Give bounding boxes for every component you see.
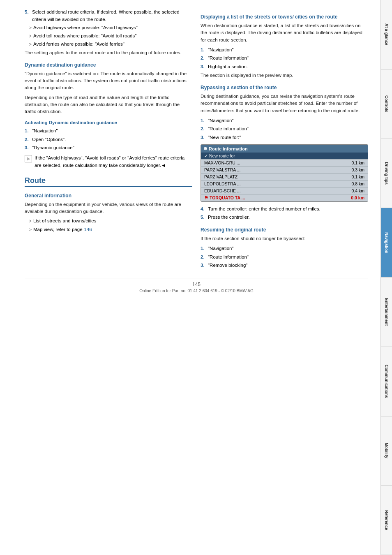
disp-step1: 1. "Navigation" (201, 46, 368, 53)
displaying-heading: Displaying a list of the streets or town… (201, 14, 368, 20)
route-row-5: EDUARD-SCHE ... 0.4 km (201, 187, 368, 194)
route-icon: ⊕ (203, 146, 207, 151)
step3-text: "Dynamic guidance" (32, 144, 74, 151)
general-info-p: Depending on the equipment in your vehic… (25, 201, 192, 215)
activating-step2: 2. Open "Options". (25, 136, 192, 143)
route-row-2: PARZIVALSTRA ... 0.3 km (201, 166, 368, 173)
byp-step5: 5. Press the controller. (201, 213, 368, 221)
displaying-p: When destination guidance is started, a … (201, 22, 368, 44)
avoid-highway: Avoid highways where possible: "Avoid hi… (25, 24, 192, 31)
two-col-layout: 5. Select additional route criteria, if … (25, 8, 368, 270)
route-table: ⊕ Route information ✓ New route for MAX-… (201, 144, 368, 202)
sidebar-tab-communications[interactable]: Communications (381, 347, 392, 416)
copyright-text: Online Edition for Part no. 01 41 2 604 … (25, 289, 368, 293)
route-section-title: Route (25, 176, 192, 187)
step2-text: Open "Options". (32, 136, 66, 143)
sidebar-tab-reference[interactable]: Reference (381, 486, 392, 555)
step1-text: "Navigation" (32, 127, 58, 134)
general-bullet2: Map view, refer to page 146 (25, 226, 192, 233)
sidebar-tab-driving-tips[interactable]: Driving tips (381, 139, 392, 208)
main-content: 5. Select additional route criteria, if … (0, 0, 380, 555)
resuming-heading: Resuming the original route (201, 227, 368, 233)
route-row-1: MAX-VON-GRU ... 0.1 km (201, 160, 368, 166)
sidebar-tab-controls[interactable]: Controls (381, 69, 392, 139)
res-step3: 3. "Remove blocking" (201, 261, 368, 269)
avoid-ferries: Avoid ferries where possible: "Avoid fer… (25, 41, 192, 48)
route-table-header: ⊕ Route information (201, 145, 368, 153)
sidebar: At a glance Controls Driving tips Naviga… (380, 0, 392, 555)
step3-num: 3. (25, 144, 30, 151)
bypassing-p: During destination guidance, you can rev… (201, 93, 368, 114)
byp-step1: 1. "Navigation" (201, 117, 368, 124)
route-table-body: ✓ New route for MAX-VON-GRU ... 0.1 km P… (201, 153, 368, 201)
resuming-p: If the route section should no longer be… (201, 235, 368, 242)
setting-applies: The setting applies to the current route… (25, 49, 192, 56)
page-footer: 145 Online Edition for Part no. 01 41 2 … (25, 278, 368, 293)
new-route-label: ✓ New route for (204, 153, 364, 158)
res-step2: 2. "Route information" (201, 253, 368, 261)
note-icon: ▷ (25, 155, 32, 162)
note-box: ▷ If the "Avoid highways", "Avoid toll r… (25, 155, 192, 169)
byp-step2: 2. "Route information" (201, 125, 368, 132)
route-table-title: Route information (209, 146, 248, 151)
new-route-row: ✓ New route for (201, 153, 368, 160)
page-number: 145 (25, 282, 368, 287)
route-row-4: LEOPOLDSTRA ... 0.8 km (201, 180, 368, 187)
byp-step4: 4. Turn the controller: enter the desire… (201, 205, 368, 213)
step1-num: 1. (25, 127, 30, 134)
res-step1: 1. "Navigation" (201, 245, 368, 252)
route-row-torquato: ⚑ TORQUATO TA ... 0.0 km (201, 194, 368, 201)
page-link-146[interactable]: 146 (84, 226, 92, 233)
disp-step2: 2. "Route information" (201, 54, 368, 62)
general-bullet1: List of streets and towns/cities (25, 217, 192, 224)
activating-note: If the "Avoid highways", "Avoid toll roa… (35, 155, 192, 169)
displaying-note: The section is displayed in the preview … (201, 72, 368, 79)
byp-step3: 3. "New route for:" (201, 134, 368, 141)
route-row-3: PARZIVALPLATZ 0.1 km (201, 173, 368, 180)
step2-num: 2. (25, 136, 30, 143)
left-column: 5. Select additional route criteria, if … (25, 8, 192, 270)
bypassing-heading: Bypassing a section of the route (201, 85, 368, 90)
step5-number: 5. (25, 8, 30, 23)
activating-step3: 3. "Dynamic guidance" (25, 144, 192, 151)
step5b-text: Press the controller. (208, 213, 250, 221)
activating-step1: 1. "Navigation" (25, 127, 192, 134)
step5-block: 5. Select additional route criteria, if … (25, 8, 192, 56)
step5-item: 5. Select additional route criteria, if … (25, 8, 192, 23)
sidebar-tab-navigation[interactable]: Navigation (381, 208, 392, 278)
step5-text: Select additional route criteria, if des… (32, 8, 192, 23)
disp-step3: 3. Highlight a section. (201, 63, 368, 70)
dynamic-p2: Depending on the type of road and the na… (25, 94, 192, 116)
sidebar-tab-entertainment[interactable]: Entertainment (381, 278, 392, 347)
dynamic-p1: "Dynamic guidance" is switched on: The r… (25, 70, 192, 92)
sidebar-tab-at-a-glance[interactable]: At a glance (381, 0, 392, 69)
sidebar-tab-mobility[interactable]: Mobility (381, 416, 392, 486)
general-info-heading: General information (25, 193, 192, 199)
activating-heading: Activating Dynamic destination guidance (25, 120, 192, 125)
dynamic-heading: Dynamic destination guidance (25, 62, 192, 68)
step4-text: Turn the controller: enter the desired n… (208, 205, 321, 213)
right-column: Displaying a list of the streets or town… (201, 8, 368, 270)
avoid-toll: Avoid toll roads where possible: "Avoid … (25, 32, 192, 39)
